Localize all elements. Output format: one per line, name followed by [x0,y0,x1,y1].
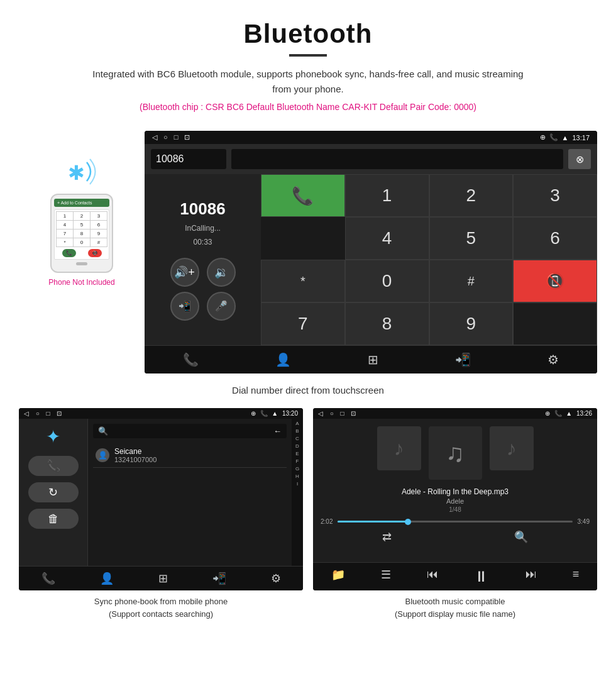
music-note-icon-right: ♪ [507,437,517,460]
volume-down-icon: 🔉 [214,265,228,279]
key-9[interactable]: 9 [429,302,514,345]
pb-back-arrow: ← [273,426,282,436]
phone-not-included: Phone Not Included [48,278,114,287]
music-layout: ◁ ○ □ ⊡ ⊕ 📞 ▲ 13:26 [313,408,597,590]
delete-icon[interactable]: ⊗ [568,149,591,169]
phone-area: ✱ + Add to Contacts 1 2 3 4 5 [19,131,145,287]
music-nav-prev[interactable]: ⏮ [427,568,438,585]
home-circle-icon: ○ [163,133,168,141]
pb-nav-transfer[interactable]: 📲 [212,572,226,585]
volume-down-btn[interactable]: 🔉 [207,258,236,287]
pb-nav-contacts[interactable]: 👤 [100,572,114,585]
music-time: 13:26 [576,410,592,417]
key-8[interactable]: 8 [345,302,429,345]
transfer-icon: 📲 [179,300,191,312]
page-header: Bluetooth Integrated with BC6 Bluetooth … [0,0,616,131]
music-main: ♪ ♫ ♪ Adele - Rolling In the Deep.mp3 Ad… [313,419,597,562]
music-nav-eq[interactable]: ≡ [573,568,580,585]
album-art-right: ♪ [490,426,534,470]
status-time: 13:17 [572,134,590,141]
nav-dialpad-icon[interactable]: ⊞ [368,352,378,367]
pb-contact-info: Seicane 13241007000 [114,447,157,463]
music-total-time: 3:49 [578,518,590,525]
pb-left-sidebar: ✦ 📞 ↻ 🗑 [19,419,88,566]
nav-contacts-icon[interactable]: 👤 [275,352,291,367]
key-end-red[interactable]: 📵 [513,260,597,302]
dial-screen: ◁ ○ □ ⊡ ⊕ 📞 ▲ 13:17 10086 [145,131,597,373]
music-back-icon: ◁ [318,410,323,417]
screenshot-icon: ⊡ [184,133,190,141]
key-0[interactable]: 0 [345,260,429,302]
pb-status-left: ◁ ○ □ ⊡ [24,410,62,417]
phonebook-layout: ◁ ○ □ ⊡ ⊕ 📞 ▲ 13:20 [19,408,303,590]
phone-dial-grid: 1 2 3 4 5 6 7 8 9 * 0 # [56,211,107,247]
bluetooth-info: (Bluetooth chip : CSR BC6 Default Blueto… [13,102,603,112]
nav-calls-icon[interactable]: 📞 [183,352,199,367]
nav-settings-icon[interactable]: ⚙ [547,352,559,367]
pb-nav-settings[interactable]: ⚙ [271,572,281,585]
nav-transfer-icon[interactable]: 📲 [455,352,471,367]
music-screenshot-icon: ⊡ [351,410,356,417]
dial-number-box: 10086 [151,149,226,169]
key-5[interactable]: 5 [429,217,514,260]
shuffle-icon[interactable]: ⇄ [382,530,392,544]
pb-home-icon: ○ [36,410,40,417]
phone-icon: 📞 [549,133,558,141]
phone-screen-content: 1 2 3 4 5 6 7 8 9 * 0 # 📞 [54,209,109,260]
key-4[interactable]: 4 [345,217,429,260]
location-icon: ⊕ [540,133,546,141]
bluetooth-wave: ✱ [63,156,101,187]
music-nav-folder[interactable]: 📁 [331,568,345,585]
pb-location-icon: ⊕ [251,410,256,417]
music-status-right: ⊕ 📞 ▲ 13:26 [545,410,592,417]
pb-contact-item[interactable]: 👤 Seicane 13241007000 [93,443,287,468]
pb-contact-number: 13241007000 [114,456,157,463]
pb-delete-btn[interactable]: 🗑 [28,509,79,529]
music-nav-next[interactable]: ⏭ [525,568,537,585]
music-nav-play[interactable]: ⏸ [474,568,489,585]
music-progress-dot [405,519,411,525]
pb-nav-calls[interactable]: 📞 [41,572,55,585]
music-artist: Adele [446,497,464,505]
music-controls-row: ⇄ 🔍 [321,530,590,544]
phone-home-btn [76,262,87,265]
key-hash[interactable]: # [429,260,514,302]
key-1[interactable]: 1 [345,174,429,217]
key-empty [513,302,597,345]
volume-up-btn[interactable]: 🔊+ [170,258,199,287]
key-call-green[interactable]: 📞 [261,174,345,217]
music-progress-fill [338,521,408,523]
music-phone-icon: 📞 [554,410,562,417]
music-title: Adele - Rolling In the Deep.mp3 [402,487,509,496]
page-description: Integrated with BC6 Bluetooth module, su… [88,67,528,97]
key-3[interactable]: 3 [513,174,597,217]
dial-left-panel: 10086 InCalling... 00:33 🔊+ 🔉 [145,174,261,345]
pb-screenshot-icon: ⊡ [57,410,62,417]
back-arrow-icon: ◁ [152,133,157,141]
transfer-btn[interactable]: 📲 [170,292,199,321]
key-6[interactable]: 6 [513,217,597,260]
music-status-bar: ◁ ○ □ ⊡ ⊕ 📞 ▲ 13:26 [313,408,597,419]
music-progress-bar[interactable] [338,521,572,523]
music-nav-list[interactable]: ☰ [381,568,391,585]
volume-up-icon: 🔊+ [174,265,195,279]
key-2[interactable]: 2 [429,174,514,217]
main-content: ✱ + Add to Contacts 1 2 3 4 5 [0,131,616,620]
pb-search-bar[interactable]: 🔍 ← [93,424,287,438]
music-nav-bar: 📁 ☰ ⏮ ⏸ ⏭ ≡ [313,562,597,590]
dial-caller-number: 10086 [180,199,225,219]
key-star[interactable]: * [261,260,345,302]
dial-caption: Dial number direct from touchscreen [232,385,384,396]
dial-full-layout: ◁ ○ □ ⊡ ⊕ 📞 ▲ 13:17 10086 [145,131,597,373]
pb-status-bar: ◁ ○ □ ⊡ ⊕ 📞 ▲ 13:20 [19,408,303,419]
mic-btn[interactable]: 🎤 [207,292,236,321]
key-7[interactable]: 7 [261,302,345,345]
status-bar-right: ⊕ 📞 ▲ 13:17 [540,133,590,141]
pb-signal-icon: ▲ [272,410,278,417]
dial-split: 10086 InCalling... 00:33 🔊+ 🔉 [145,174,597,345]
pb-call-btn[interactable]: 📞 [28,456,79,476]
pb-sync-btn[interactable]: ↻ [28,482,79,502]
pb-nav-bar: 📞 👤 ⊞ 📲 ⚙ [19,566,303,590]
pb-nav-dialpad[interactable]: ⊞ [158,572,168,585]
search-music-icon[interactable]: 🔍 [514,530,528,544]
